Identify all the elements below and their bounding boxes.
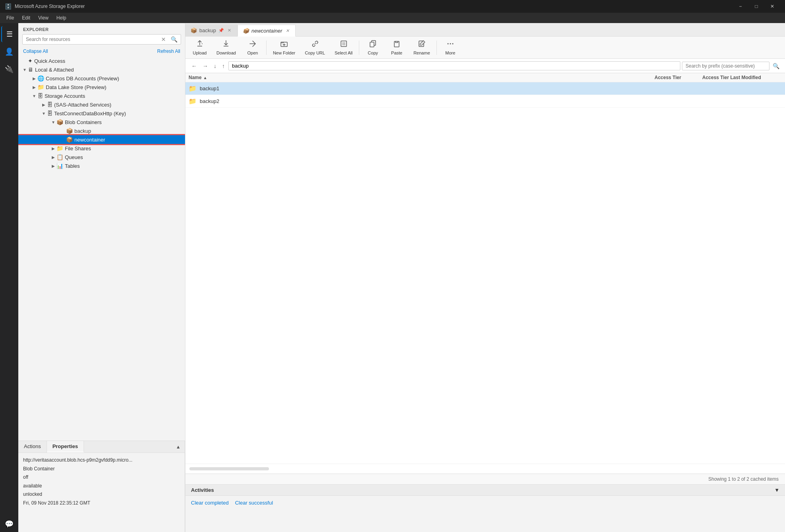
- backup-icon: 📦: [66, 128, 73, 134]
- tree-item-cosmos-db[interactable]: ▶ 🌐 Cosmos DB Accounts (Preview): [18, 74, 185, 83]
- tab-newcontainer-close[interactable]: ✕: [284, 28, 290, 34]
- maximize-button[interactable]: □: [748, 0, 764, 13]
- toolbar-sep-3: [436, 41, 437, 55]
- sidebar-explorer-icon[interactable]: ☰: [1, 26, 17, 42]
- file-name-backup2: backup2: [200, 98, 654, 104]
- tree-item-blob-containers[interactable]: ▼ 📦 Blob Containers: [18, 118, 185, 126]
- search-clear-icon[interactable]: ✕: [160, 36, 168, 43]
- prop-url: http://veritasaccount.blob.hcs-p9m2gvfdd…: [23, 456, 180, 465]
- open-button[interactable]: Open: [242, 38, 264, 57]
- new-folder-icon: [280, 40, 288, 50]
- sidebar-account-icon[interactable]: 👤: [1, 44, 17, 60]
- activities-actions: Clear completed Clear successful: [185, 496, 785, 510]
- paste-button[interactable]: Paste: [386, 38, 408, 57]
- sidebar-icons: ☰ 👤 🔌 💬: [0, 23, 18, 532]
- tabs-bar: 📦 backup 📌 ✕ 📦 newcontainer ✕: [185, 23, 785, 37]
- nav-up-button[interactable]: ↑: [220, 62, 227, 70]
- tab-backup-close[interactable]: ✕: [226, 27, 232, 33]
- clear-completed-link[interactable]: Clear completed: [191, 500, 229, 506]
- download-button[interactable]: Download: [212, 38, 240, 57]
- col-name-header[interactable]: Name ▲: [189, 75, 654, 80]
- expander-file-shares: ▶: [50, 146, 56, 151]
- download-label: Download: [216, 50, 236, 55]
- tree-item-data-lake[interactable]: ▶ 📁 Data Lake Store (Preview): [18, 83, 185, 91]
- new-folder-button[interactable]: New Folder: [269, 38, 299, 57]
- activities-header: Activities ▼: [185, 485, 785, 496]
- nav-back-button[interactable]: ←: [189, 62, 199, 70]
- col-access-tier-modified-header: Access Tier Last Modified: [702, 75, 782, 80]
- local-attached-label: Local & Attached: [35, 67, 74, 73]
- copy-url-button[interactable]: Copy URL: [301, 38, 329, 57]
- tab-properties[interactable]: Properties: [47, 441, 84, 452]
- col-sort-icon: ▲: [203, 76, 207, 80]
- tree-item-newcontainer[interactable]: 📦 newcontainer: [18, 135, 185, 144]
- upload-label: Upload: [193, 50, 207, 55]
- menu-view[interactable]: View: [35, 14, 52, 21]
- testconnect-label: TestConnectDataBoxHttp (Key): [54, 111, 126, 116]
- upload-button[interactable]: Upload: [189, 38, 211, 57]
- tree-item-testconnect[interactable]: ▼ 🗄 TestConnectDataBoxHttp (Key): [18, 109, 185, 118]
- rename-button[interactable]: Rename: [409, 38, 434, 57]
- tree-item-quick-access[interactable]: ✦ Quick Access: [18, 56, 185, 65]
- menu-help[interactable]: Help: [53, 14, 70, 21]
- app-body: ☰ 👤 🔌 💬 EXPLORER ✕ 🔍 Collapse All Refres…: [0, 23, 785, 532]
- col-access-tier-label: Access Tier: [654, 75, 681, 80]
- tree-item-backup[interactable]: 📦 backup: [18, 126, 185, 135]
- rename-label: Rename: [413, 50, 430, 55]
- nav-down-button[interactable]: ↓: [212, 62, 218, 70]
- select-all-button[interactable]: Select All: [331, 38, 356, 57]
- sidebar-feedback-icon[interactable]: 💬: [1, 516, 17, 532]
- data-lake-label: Data Lake Store (Preview): [46, 84, 106, 90]
- tree-item-tables[interactable]: ▶ 📊 Tables: [18, 161, 185, 170]
- more-button[interactable]: More: [439, 38, 462, 57]
- tree-item-sas-services[interactable]: ▶ 🗄 (SAS-Attached Services): [18, 100, 185, 109]
- activities-collapse-btn[interactable]: ▼: [774, 487, 779, 493]
- clear-successful-link[interactable]: Clear successful: [235, 500, 273, 506]
- file-name-backup1: backup1: [200, 85, 654, 91]
- tab-newcontainer[interactable]: 📦 newcontainer ✕: [238, 25, 296, 37]
- menu-edit[interactable]: Edit: [19, 14, 33, 21]
- sidebar-plugin-icon[interactable]: 🔌: [1, 61, 17, 77]
- properties-content: http://veritasaccount.blob.hcs-p9m2gvfdd…: [18, 453, 185, 532]
- open-icon: [249, 40, 257, 50]
- file-row-backup1[interactable]: 📁 backup1: [185, 82, 785, 95]
- tree-item-storage-accounts[interactable]: ▼ 🗄 Storage Accounts: [18, 91, 185, 100]
- folder-icon-backup1: 📁: [189, 85, 197, 92]
- tree-item-local-attached[interactable]: ▼ 🖥 Local & Attached: [18, 65, 185, 74]
- expander-cosmos-db: ▶: [31, 76, 37, 81]
- local-attached-icon: 🖥: [28, 66, 33, 73]
- panel-collapse-btn[interactable]: ▲: [172, 441, 185, 452]
- address-input[interactable]: [228, 61, 680, 70]
- tab-actions[interactable]: Actions: [18, 441, 47, 452]
- activities-panel: Activities ▼ Clear completed Clear succe…: [185, 484, 785, 532]
- expander-queues: ▶: [50, 155, 56, 159]
- more-icon: [446, 40, 454, 50]
- expander-local-attached: ▼: [21, 68, 28, 72]
- file-row-backup2[interactable]: 📁 backup2: [185, 95, 785, 108]
- col-name-label: Name: [189, 75, 202, 80]
- tree-item-queues[interactable]: ▶ 📋 Queues: [18, 153, 185, 161]
- prop-date: Fri, 09 Nov 2018 22:35:12 GMT: [23, 499, 180, 508]
- tab-backup-label: backup: [199, 27, 216, 33]
- copy-button[interactable]: Copy: [362, 38, 384, 57]
- prefix-search-icon[interactable]: 🔍: [771, 63, 781, 69]
- refresh-all-link[interactable]: Refresh All: [157, 49, 180, 54]
- expander-tables: ▶: [50, 164, 56, 168]
- menu-file[interactable]: File: [3, 14, 17, 21]
- tab-backup[interactable]: 📦 backup 📌 ✕: [185, 24, 238, 36]
- file-list-area: Name ▲ Access Tier Access Tier Last Modi…: [185, 73, 785, 464]
- close-button[interactable]: ✕: [764, 0, 780, 13]
- collapse-all-link[interactable]: Collapse All: [23, 49, 48, 54]
- search-input[interactable]: [23, 35, 160, 44]
- quick-access-label: Quick Access: [34, 58, 65, 64]
- minimize-button[interactable]: −: [732, 0, 748, 13]
- scroll-indicator[interactable]: [189, 467, 269, 470]
- prefix-search-input[interactable]: [682, 62, 769, 70]
- search-submit-icon[interactable]: 🔍: [168, 36, 181, 43]
- nav-forward-button[interactable]: →: [201, 62, 210, 70]
- queues-label: Queues: [65, 154, 83, 160]
- blob-containers-label: Blob Containers: [65, 119, 102, 125]
- tree-item-file-shares[interactable]: ▶ 📁 File Shares: [18, 144, 185, 153]
- tab-newcontainer-label: newcontainer: [251, 28, 282, 34]
- upload-icon: [196, 40, 204, 50]
